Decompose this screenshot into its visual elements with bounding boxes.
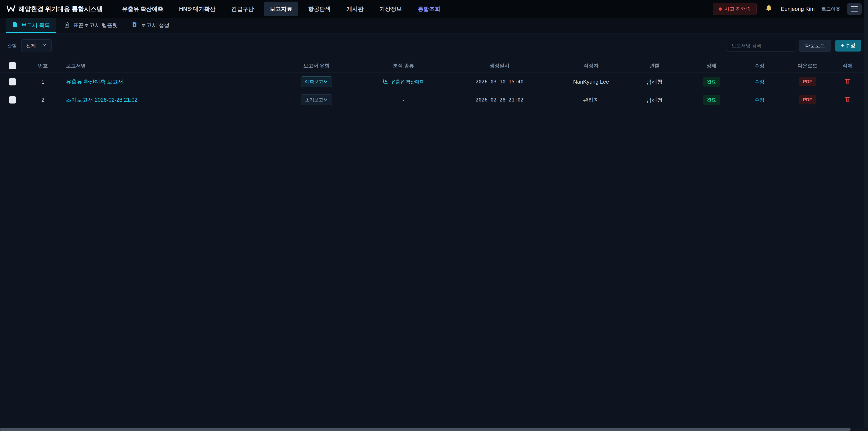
analysis-type-label: 유출유 확산예측 [391,79,424,85]
tab-report-template-label: 표준보고서 템플릿 [73,22,118,29]
edit-link[interactable]: 수정 [754,79,765,85]
incident-badge-label: 사고 진행중 [724,6,751,12]
notifications-button[interactable] [763,4,774,14]
report-name-link[interactable]: 초기보고서 2026-02-28 21:02 [66,97,137,103]
pdf-download-button[interactable]: PDF [799,95,816,104]
tab-report-create[interactable]: 보고서 생성 [125,18,176,33]
row-no: 1 [25,79,61,85]
tab-report-create-label: 보고서 생성 [141,22,169,29]
main-navigation: 유출유 확산예측 HNS·대기확산 긴급구난 보고자료 항공탐색 게시판 기상정… [116,2,446,16]
bell-icon [765,5,773,13]
delete-button[interactable] [844,78,851,86]
user-name: Eunjeong Kim [781,6,815,12]
table-row: 2 초기보고서 2026-02-28 21:02 초기보고서 - 2026-02… [0,91,868,109]
col-header-name: 보고서명 [61,62,260,69]
delete-button[interactable] [844,96,851,104]
top-navigation-bar: 해양환경 위기대응 통합시스템 유출유 확산예측 HNS·대기확산 긴급구난 보… [0,0,868,18]
analysis-type-label: - [373,97,434,103]
tab-report-template[interactable]: 표준보고서 템플릿 [58,18,124,33]
nav-item-weather[interactable]: 기상정보 [373,2,408,16]
col-header-no: 번호 [25,62,61,69]
edit-create-button[interactable]: + 수정 [835,40,861,52]
logout-button[interactable]: 로그아웃 [822,6,840,12]
download-button[interactable]: 다운로드 [799,40,831,52]
edit-link[interactable]: 수정 [754,97,765,102]
document-list-icon [12,22,18,29]
report-table: 번호 보고서명 보고서 유형 분석 종류 생성일시 작성자 관할 상태 수정 다… [0,59,868,109]
filter-toolbar: 관할 전체 다운로드 + 수정 [0,33,868,59]
jurisdiction-filter-label: 관할 [7,42,17,49]
created-datetime: 2026-02-28 21:02 [434,97,565,102]
incident-dot-icon [719,7,722,11]
nav-item-integrated-search[interactable]: 통합조회 [412,2,446,16]
horizontal-scrollbar[interactable] [0,428,868,431]
nav-item-board[interactable]: 게시판 [341,2,369,16]
nav-item-reports[interactable]: 보고자료 [264,2,298,16]
nav-item-oil-spill[interactable]: 유출유 확산예측 [116,2,169,16]
oil-droplet-icon [383,78,389,85]
jurisdiction-value: 남해청 [617,96,692,103]
created-datetime: 2026-03-10 15:40 [434,79,565,85]
col-header-type: 보고서 유형 [260,62,373,69]
hamburger-menu-button[interactable] [847,3,862,15]
trash-icon [844,96,851,104]
status-badge: 완료 [703,95,720,105]
trash-icon [844,78,851,86]
table-row: 1 유출유 확산예측 보고서 예측보고서 유출유 확산예측 2026-03-10… [0,73,868,91]
nav-item-rescue[interactable]: 긴급구난 [225,2,260,16]
author-name: 관리자 [565,96,617,103]
nav-item-aerial-search[interactable]: 항공탐색 [302,2,337,16]
jurisdiction-select[interactable]: 전체 [21,39,52,52]
pdf-download-button[interactable]: PDF [799,77,816,86]
col-header-author: 작성자 [565,62,617,69]
nav-item-hns[interactable]: HNS·대기확산 [173,2,221,16]
table-header-row: 번호 보고서명 보고서 유형 분석 종류 생성일시 작성자 관할 상태 수정 다… [0,59,868,73]
tab-report-list[interactable]: 보고서 목록 [6,18,56,33]
app-title: 해양환경 위기대응 통합시스템 [19,5,103,13]
col-header-edit: 수정 [731,62,788,69]
horizontal-scrollbar-thumb[interactable] [0,428,850,431]
chevron-down-icon [42,42,47,49]
wing-logo-icon [6,5,16,13]
app-logo[interactable]: 해양환경 위기대응 통합시스템 [6,5,103,13]
incident-status-badge[interactable]: 사고 진행중 [713,3,756,16]
jurisdiction-value: 남해청 [617,78,692,86]
row-checkbox[interactable] [9,78,16,86]
hamburger-icon [851,6,858,7]
document-create-icon [131,22,138,29]
col-header-jurisdiction: 관할 [617,62,692,69]
col-header-download: 다운로드 [788,62,827,69]
jurisdiction-select-value: 전체 [26,42,36,49]
col-header-analysis: 분석 종류 [373,62,434,69]
report-type-badge: 예측보고서 [301,76,332,87]
row-checkbox[interactable] [9,96,16,103]
document-template-icon [64,22,70,29]
col-header-created: 생성일시 [434,62,565,69]
report-type-badge: 초기보고서 [301,94,332,105]
select-all-checkbox[interactable] [9,62,16,69]
tab-report-list-label: 보고서 목록 [21,22,50,29]
col-header-delete: 삭제 [827,62,868,69]
author-name: NanKyung Lee [565,79,617,85]
report-name-link[interactable]: 유출유 확산예측 보고서 [66,79,123,85]
report-tabs: 보고서 목록 표준보고서 템플릿 보고서 생성 [0,18,868,33]
status-badge: 완료 [703,77,720,87]
report-search-input[interactable] [727,40,795,52]
row-no: 2 [25,97,61,103]
col-header-status: 상태 [692,62,731,69]
vertical-scrollbar[interactable] [864,0,868,431]
